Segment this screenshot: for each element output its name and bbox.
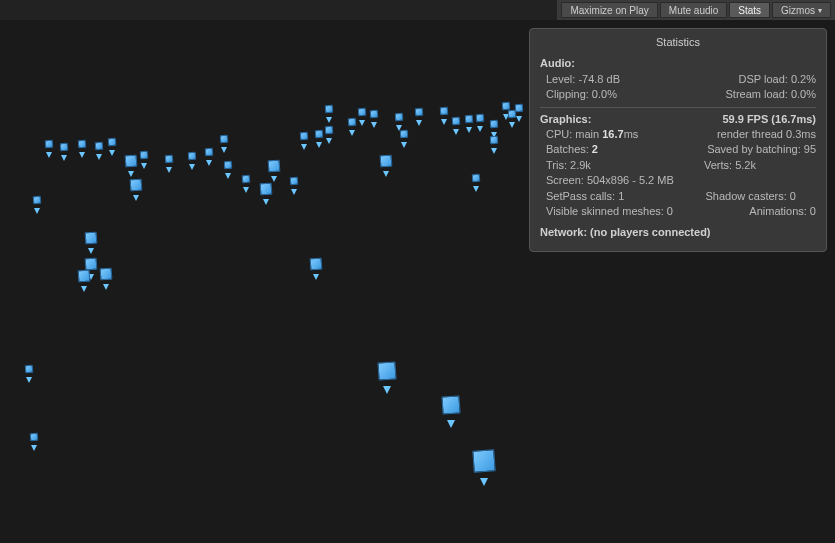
arrow-down-icon bbox=[103, 284, 109, 290]
arrow-down-icon bbox=[480, 478, 488, 486]
scene-gizmo bbox=[25, 365, 33, 373]
scene-gizmo bbox=[85, 232, 97, 244]
scene-gizmo bbox=[188, 152, 196, 160]
cpu-row: CPU: main 16.7ms render thread 0.3ms bbox=[540, 127, 816, 142]
scene-gizmo bbox=[165, 155, 173, 163]
image-icon bbox=[220, 135, 229, 144]
image-icon bbox=[78, 270, 91, 283]
arrow-down-icon bbox=[316, 142, 322, 148]
image-icon bbox=[140, 151, 149, 160]
scene-gizmo bbox=[268, 160, 280, 172]
image-icon bbox=[33, 196, 42, 205]
scene-gizmo bbox=[220, 135, 228, 143]
arrow-down-icon bbox=[96, 154, 102, 160]
image-icon bbox=[310, 258, 323, 271]
scene-gizmo bbox=[125, 155, 137, 167]
image-icon bbox=[125, 155, 138, 168]
image-icon bbox=[260, 183, 273, 196]
image-icon bbox=[472, 174, 481, 183]
arrow-down-icon bbox=[447, 420, 455, 428]
scene-gizmo bbox=[502, 102, 510, 110]
stats-title: Statistics bbox=[540, 35, 816, 50]
scene-gizmo bbox=[242, 175, 250, 183]
arrow-down-icon bbox=[359, 120, 365, 126]
tris-row: Tris: 2.9k Verts: 5.2k bbox=[540, 158, 816, 173]
scene-gizmo bbox=[348, 118, 356, 126]
image-icon bbox=[224, 161, 233, 170]
arrow-down-icon bbox=[271, 176, 277, 182]
image-icon bbox=[85, 258, 98, 271]
arrow-down-icon bbox=[401, 142, 407, 148]
statistics-panel: Statistics Audio: Level: -74.8 dB DSP lo… bbox=[529, 28, 827, 252]
mute-audio-button[interactable]: Mute audio bbox=[660, 2, 727, 18]
arrow-down-icon bbox=[133, 195, 139, 201]
arrow-down-icon bbox=[243, 187, 249, 193]
network-row: Network: (no players connected) bbox=[540, 225, 816, 240]
arrow-down-icon bbox=[61, 155, 67, 161]
arrow-down-icon bbox=[416, 120, 422, 126]
setpass-row: SetPass calls: 1 Shadow casters: 0 bbox=[540, 189, 816, 204]
scene-gizmo bbox=[490, 120, 498, 128]
gizmos-dropdown[interactable]: Gizmos ▾ bbox=[772, 2, 831, 18]
scene-gizmo bbox=[476, 114, 484, 122]
game-view-toolbar: Maximize on Play Mute audio Stats Gizmos… bbox=[557, 0, 835, 20]
image-icon bbox=[348, 118, 357, 127]
arrow-down-icon bbox=[206, 160, 212, 166]
image-icon bbox=[452, 117, 461, 126]
image-icon bbox=[78, 140, 87, 149]
image-icon bbox=[188, 152, 197, 161]
scene-gizmo bbox=[45, 140, 53, 148]
arrow-down-icon bbox=[81, 286, 87, 292]
image-icon bbox=[400, 130, 409, 139]
image-icon bbox=[130, 179, 143, 192]
arrow-down-icon bbox=[141, 163, 147, 169]
scene-gizmo bbox=[358, 108, 366, 116]
scene-gizmo bbox=[515, 104, 523, 112]
scene-gizmo bbox=[78, 140, 86, 148]
scene-gizmo bbox=[325, 126, 333, 134]
image-icon bbox=[25, 365, 34, 374]
image-icon bbox=[490, 136, 499, 145]
arrow-down-icon bbox=[128, 171, 134, 177]
arrow-down-icon bbox=[383, 171, 389, 177]
image-icon bbox=[100, 268, 113, 281]
image-icon bbox=[472, 449, 495, 472]
scene-gizmo bbox=[310, 258, 322, 270]
image-icon bbox=[440, 107, 449, 116]
scene-gizmo bbox=[260, 183, 272, 195]
scene-gizmo bbox=[85, 258, 97, 270]
image-icon bbox=[85, 232, 98, 245]
scene-gizmo bbox=[415, 108, 423, 116]
arrow-down-icon bbox=[349, 130, 355, 136]
arrow-down-icon bbox=[326, 117, 332, 123]
arrow-down-icon bbox=[453, 129, 459, 135]
graphics-header: Graphics: 59.9 FPS (16.7ms) bbox=[540, 112, 816, 127]
scene-gizmo bbox=[290, 177, 298, 185]
arrow-down-icon bbox=[88, 248, 94, 254]
image-icon bbox=[395, 113, 404, 122]
stats-button[interactable]: Stats bbox=[729, 2, 770, 18]
arrow-down-icon bbox=[34, 208, 40, 214]
image-icon bbox=[290, 177, 299, 186]
batches-row: Batches: 2 Saved by batching: 95 bbox=[540, 142, 816, 157]
scene-gizmo bbox=[140, 151, 148, 159]
arrow-down-icon bbox=[291, 189, 297, 195]
arrow-down-icon bbox=[441, 119, 447, 125]
arrow-down-icon bbox=[371, 122, 377, 128]
arrow-down-icon bbox=[509, 122, 515, 128]
arrow-down-icon bbox=[263, 199, 269, 205]
arrow-down-icon bbox=[466, 127, 472, 133]
arrow-down-icon bbox=[477, 126, 483, 132]
scene-gizmo bbox=[380, 155, 392, 167]
scene-gizmo bbox=[95, 142, 103, 150]
image-icon bbox=[490, 120, 499, 129]
arrow-down-icon bbox=[326, 138, 332, 144]
image-icon bbox=[30, 433, 39, 442]
scene-gizmo bbox=[33, 196, 41, 204]
chevron-down-icon: ▾ bbox=[818, 6, 822, 15]
arrow-down-icon bbox=[79, 152, 85, 158]
image-icon bbox=[465, 115, 474, 124]
scene-gizmo bbox=[130, 179, 142, 191]
arrow-down-icon bbox=[491, 148, 497, 154]
maximize-on-play-button[interactable]: Maximize on Play bbox=[561, 2, 657, 18]
